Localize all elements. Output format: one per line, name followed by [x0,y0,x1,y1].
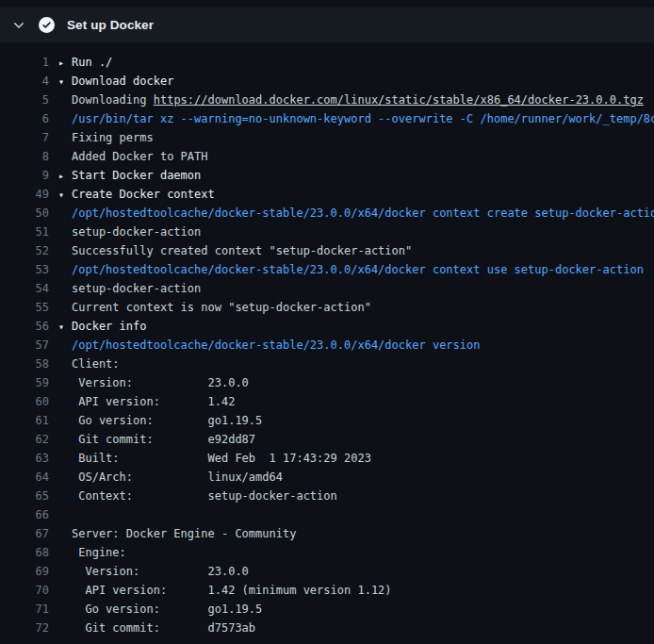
line-content: Git commit: e92dd87 [58,430,255,449]
group-title[interactable]: Start Docker daemon [72,169,201,182]
line-number[interactable]: 67 [0,524,49,543]
log-row: 70 API version: 1.42 (minimum version 1.… [0,581,654,600]
line-number[interactable]: 51 [0,223,49,241]
line-number[interactable]: 7 [0,128,49,147]
line-number[interactable]: 69 [0,562,49,581]
line-number[interactable]: 9 [0,166,49,185]
log-row: 8Added Docker to PATH [0,147,654,166]
line-number[interactable]: 6 [0,109,49,128]
line-number[interactable]: 4 [0,72,49,91]
line-number[interactable]: 63 [0,449,49,468]
line-content: ▸Start Docker daemon [58,166,201,185]
line-number[interactable]: 56 [0,317,49,336]
group-expanded-arrow-icon[interactable]: ▾ [58,186,72,204]
log-group-row[interactable]: 1▸Run ./ [0,53,654,72]
group-collapsed-arrow-icon[interactable]: ▸ [58,167,72,185]
line-content: ▾Create Docker context [58,185,215,204]
line-number[interactable]: 60 [0,392,49,411]
log-text: Added Docker to PATH [72,150,208,163]
line-number[interactable]: 53 [0,260,49,279]
log-group-row[interactable]: 56▾Docker info [0,317,654,336]
line-content: ▾Download docker [58,72,173,91]
group-title[interactable]: Docker info [72,320,146,333]
line-content: /opt/hostedtoolcache/docker-stable/23.0.… [58,336,480,355]
line-number[interactable]: 62 [0,430,49,449]
log-text: Client: [72,357,120,371]
group-title[interactable]: Create Docker context [72,188,215,201]
log-row: 51setup-docker-action [0,223,654,241]
line-number[interactable]: 8 [0,147,49,166]
line-number[interactable]: 59 [0,373,49,392]
line-content: API version: 1.42 (minimum version 1.12) [58,581,392,600]
log-row: 67Server: Docker Engine - Community [0,524,654,543]
log-row: 72 Git commit: d7573ab [0,619,654,637]
log-text: Go version: go1.19.5 [72,603,262,616]
line-number[interactable]: 5 [0,91,49,109]
line-number[interactable]: 70 [0,581,49,600]
log-row: 53/opt/hostedtoolcache/docker-stable/23.… [0,260,654,279]
line-number[interactable]: 54 [0,279,49,298]
log-text: OS/Arch: linux/amd64 [72,471,283,484]
log-row: 54setup-docker-action [0,279,654,298]
log-group-row[interactable]: 49▾Create Docker context [0,185,654,204]
log-text: Fixing perms [72,131,154,144]
group-title[interactable]: Download docker [72,74,173,88]
line-number[interactable]: 65 [0,487,49,505]
line-content: Server: Docker Engine - Community [58,524,296,543]
line-number[interactable]: 61 [0,411,49,430]
log-row: 7Fixing perms [0,128,654,147]
log-lines: 1▸Run ./4▾Download docker5Downloading ht… [0,42,654,637]
log-row: 71 Go version: go1.19.5 [0,600,654,619]
log-group-row[interactable]: 9▸Start Docker daemon [0,166,654,185]
chevron-down-icon[interactable] [11,18,26,33]
line-content: Client: [58,355,120,373]
log-row: 5Downloading https://download.docker.com… [0,91,654,109]
log-text: Current context is now "setup-docker-act… [72,301,371,314]
log-command-text: /opt/hostedtoolcache/docker-stable/23.0.… [72,263,644,276]
group-collapsed-arrow-icon[interactable]: ▸ [58,54,72,72]
line-content: Git commit: d7573ab [58,619,255,637]
line-number[interactable]: 49 [0,185,49,204]
log-text: setup-docker-action [72,282,201,295]
line-content: /usr/bin/tar xz --warning=no-unknown-key… [58,109,654,128]
log-command-text: /opt/hostedtoolcache/docker-stable/23.0.… [72,339,480,352]
step-title: Set up Docker [67,18,154,32]
group-title[interactable]: Run ./ [72,56,112,69]
actions-log-viewer: Set up Docker 1▸Run ./4▾Download docker5… [0,0,654,637]
log-text: setup-docker-action [72,225,201,239]
log-text: Built: Wed Feb 1 17:43:29 2023 [72,452,371,465]
line-number[interactable]: 57 [0,336,49,355]
line-number[interactable]: 58 [0,355,49,373]
line-content: /opt/hostedtoolcache/docker-stable/23.0.… [58,204,654,223]
line-content: Built: Wed Feb 1 17:43:29 2023 [58,449,371,468]
log-text: API version: 1.42 [72,395,235,408]
line-number[interactable]: 66 [0,505,49,524]
log-text: Successfully created context "setup-dock… [72,244,412,257]
group-expanded-arrow-icon[interactable]: ▾ [58,73,72,91]
log-command-text: /usr/bin/tar xz --warning=no-unknown-key… [72,112,654,125]
line-number[interactable]: 64 [0,468,49,487]
log-command-text: /opt/hostedtoolcache/docker-stable/23.0.… [72,206,654,220]
step-header[interactable]: Set up Docker [0,8,654,42]
log-row: 66 [0,505,654,524]
log-text: Version: 23.0.0 [72,565,249,578]
log-text: Server: Docker Engine - Community [72,527,296,540]
log-row: 61 Go version: go1.19.5 [0,411,654,430]
line-number[interactable]: 1 [0,53,49,72]
line-content: ▾Docker info [58,317,146,336]
log-row: 6/usr/bin/tar xz --warning=no-unknown-ke… [0,109,654,128]
log-group-row[interactable]: 4▾Download docker [0,72,654,91]
log-url-link[interactable]: https://download.docker.com/linux/static… [154,93,644,107]
log-text: Git commit: e92dd87 [72,433,255,446]
line-number[interactable]: 68 [0,543,49,562]
line-number[interactable]: 72 [0,619,49,637]
line-number[interactable]: 71 [0,600,49,619]
group-expanded-arrow-icon[interactable]: ▾ [58,318,72,336]
line-content: Context: setup-docker-action [58,487,337,505]
log-text: Context: setup-docker-action [72,489,337,503]
line-content: Current context is now "setup-docker-act… [58,298,371,317]
line-number[interactable]: 55 [0,298,49,317]
log-row: 57/opt/hostedtoolcache/docker-stable/23.… [0,336,654,355]
line-number[interactable]: 50 [0,204,49,223]
line-number[interactable]: 52 [0,241,49,260]
